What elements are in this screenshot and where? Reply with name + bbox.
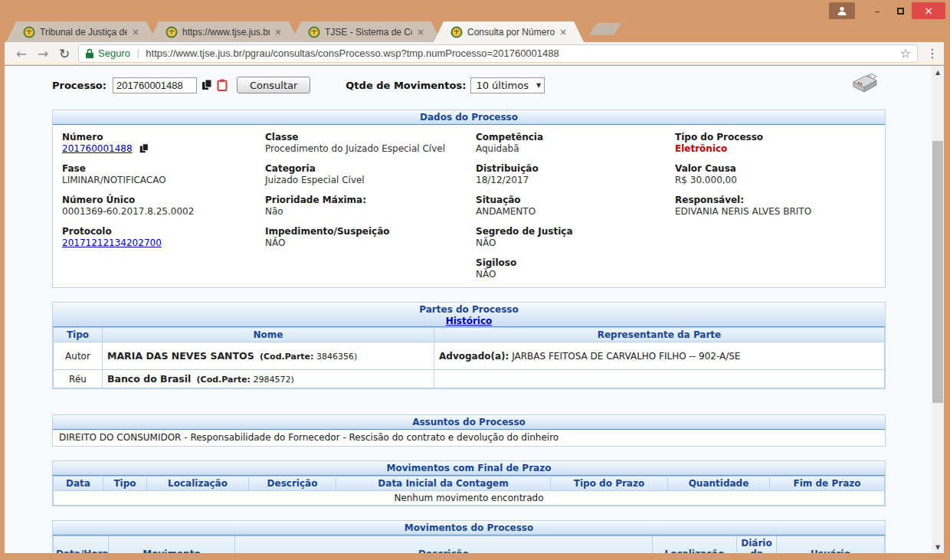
assuntos-processo-section: Assuntos do Processo DIREITO DO CONSUMID… [52, 414, 886, 447]
new-tab-button[interactable] [589, 23, 621, 35]
forward-icon[interactable]: → [32, 46, 54, 61]
col-descricao: Descrição [235, 536, 653, 554]
prazo-header-row: Data Tipo Localização Descrição Data Ini… [54, 476, 885, 491]
field-label: Sigiloso [476, 257, 675, 269]
col-localizacao: Localização [147, 476, 249, 491]
field-value: 0001369-60.2017.8.25.0002 [62, 206, 265, 218]
partes-processo-section: Partes do Processo Histórico Tipo Nome R… [52, 302, 886, 389]
processo-label: Processo: [52, 80, 106, 91]
partes-processo-title: Partes do Processo [53, 304, 885, 316]
tab-title: TJSE - Sistema de Contro [325, 27, 412, 38]
profile-button[interactable] [829, 2, 855, 19]
tab-close-icon[interactable]: × [559, 27, 567, 38]
col-data-inicial: Data Inicial da Contagem [336, 476, 551, 491]
historico-link[interactable]: Histórico [446, 316, 493, 326]
tjse-favicon-icon [165, 26, 178, 38]
representante-cell: Advogado(a): JARBAS FEITOSA DE CARVALHO … [434, 342, 885, 370]
qtde-selected-value: 10 últimos [476, 80, 529, 91]
tab-close-icon[interactable]: × [274, 27, 282, 38]
field-label: Segredo de Justiça [476, 226, 675, 237]
page-content: Processo: Consultar Qtde de Movimentos: … [5, 66, 944, 553]
back-icon[interactable]: ← [11, 46, 32, 61]
field-value: NÃO [476, 269, 675, 280]
cod-parte-label: (Cod.Parte: [260, 352, 313, 362]
field-label: Impedimento/Suspeição [265, 226, 476, 237]
field-value: Juizado Especial Cível [265, 175, 476, 186]
tab-sistema-controle[interactable]: TJSE - Sistema de Contro × [291, 21, 441, 42]
assuntos-content: DIREITO DO CONSUMIDOR - Responsabilidade… [53, 430, 885, 446]
scroll-down-icon[interactable]: ▼ [932, 541, 944, 553]
movimentos-processo-table: Data/Hora Movimento Descrição Localizaçã… [53, 535, 885, 553]
protocolo-link[interactable]: 20171212134202700 [62, 237, 162, 248]
printer-icon [849, 70, 880, 96]
browser-menu-icon[interactable]: ⋮ [922, 46, 942, 61]
field-situacao: Situação ANDAMENTO [476, 195, 675, 218]
col-movimento: Movimento [109, 536, 235, 554]
partes-processo-header: Partes do Processo Histórico [53, 303, 885, 327]
table-row-autor: Autor MARIA DAS NEVES SANTOS (Cod.Parte:… [54, 342, 885, 370]
browser-toolbar: ← → ↻ Seguro | https://www.tjse.jus.br/p… [5, 42, 944, 65]
field-numero: Número 201760001488 [62, 132, 265, 155]
tab-consulta-numero[interactable]: Consulta por Número do × [434, 21, 584, 42]
dados-column-4: Tipo do Processo Eletrônico Valor Causa … [675, 132, 876, 289]
vertical-scrollbar[interactable]: ▲ ▼ [932, 66, 944, 553]
clipboard-icon[interactable] [217, 79, 228, 91]
print-button[interactable] [849, 70, 880, 98]
bookmark-star-icon[interactable]: ☆ [900, 46, 911, 61]
movimentos-processo-title: Movimentos do Processo [53, 521, 885, 535]
maximize-button[interactable] [889, 2, 912, 19]
consultar-button[interactable]: Consultar [237, 77, 310, 93]
numero-link[interactable]: 201760001488 [62, 143, 133, 154]
minimize-button[interactable]: – [866, 2, 889, 19]
tab-tjse-url[interactable]: https://www.tjse.jus.br/co × [149, 21, 299, 42]
field-valor-causa: Valor Causa R$ 30.000,00 [675, 163, 876, 186]
browser-window: – × Tribunal de Justiça de Se × https://… [0, 0, 950, 560]
field-label: Fase [62, 163, 265, 175]
processo-input[interactable] [113, 77, 197, 93]
field-impedimento: Impedimento/Suspeição NÃO [265, 226, 476, 249]
field-protocolo: Protocolo 20171212134202700 [62, 226, 265, 249]
field-value: 18/12/2017 [476, 175, 675, 186]
tab-tribunal[interactable]: Tribunal de Justiça de Se × [6, 21, 156, 42]
reload-icon[interactable]: ↻ [54, 46, 75, 61]
tab-close-icon[interactable]: × [132, 27, 139, 38]
dados-processo-section: Dados do Processo Número 201760001488 Fa… [52, 110, 886, 288]
field-label: Número Único [62, 195, 265, 206]
field-value: ANDAMENTO [476, 206, 675, 218]
qtde-movimentos-label: Qtde de Movimentos: [346, 80, 466, 91]
cod-parte-label: (Cod.Parte: [197, 375, 251, 385]
field-sigiloso: Sigiloso NÃO [476, 257, 675, 280]
field-segredo: Segredo de Justiça NÃO [476, 226, 675, 249]
field-label: Responsável: [675, 195, 876, 206]
field-label: Tipo do Processo [675, 132, 876, 143]
copy-icon[interactable] [139, 143, 149, 154]
close-button[interactable]: × [912, 2, 945, 19]
url-text[interactable]: https://www.tjse.jus.br/pgrau/consultas/… [146, 47, 895, 59]
scrollbar-thumb[interactable] [932, 141, 943, 403]
field-label: Prioridade Máxima: [265, 195, 476, 206]
user-icon [837, 5, 847, 16]
secure-label: Seguro [98, 47, 130, 59]
qtde-movimentos-select[interactable]: 10 últimos ▼ [470, 77, 545, 93]
tab-close-icon[interactable]: × [417, 27, 424, 38]
field-responsavel: Responsável: EDIVANIA NERIS ALVES BRITO [675, 195, 876, 218]
dados-processo-title: Dados do Processo [53, 110, 885, 125]
copy-icon[interactable] [201, 79, 213, 91]
col-data: Data [54, 476, 103, 491]
field-value: EDIVANIA NERIS ALVES BRITO [675, 206, 876, 218]
tab-title: Tribunal de Justiça de Se [40, 27, 127, 38]
advogado-value: JARBAS FEITOSA DE CARVALHO FILHO -- 902-… [512, 351, 740, 362]
address-bar[interactable]: Seguro | https://www.tjse.jus.br/pgrau/c… [78, 44, 918, 63]
nome-cell: MARIA DAS NEVES SANTOS (Cod.Parte: 38463… [103, 342, 434, 370]
field-categoria: Categoria Juizado Especial Cível [265, 163, 476, 186]
field-competencia: Competência Aquidabã [476, 132, 675, 155]
parte-nome: Banco do Brasil [107, 373, 191, 385]
col-tipo: Tipo [54, 328, 103, 342]
advogado-label: Advogado(a): [439, 351, 509, 362]
assuntos-processo-title: Assuntos do Processo [53, 415, 885, 430]
scroll-up-icon[interactable]: ▲ [932, 66, 944, 78]
window-controls: – × [829, 2, 945, 19]
movimentos-header-row: Data/Hora Movimento Descrição Localizaçã… [54, 536, 885, 554]
dados-column-3: Competência Aquidabã Distribuição 18/12/… [476, 132, 675, 289]
representante-cell [434, 370, 885, 388]
